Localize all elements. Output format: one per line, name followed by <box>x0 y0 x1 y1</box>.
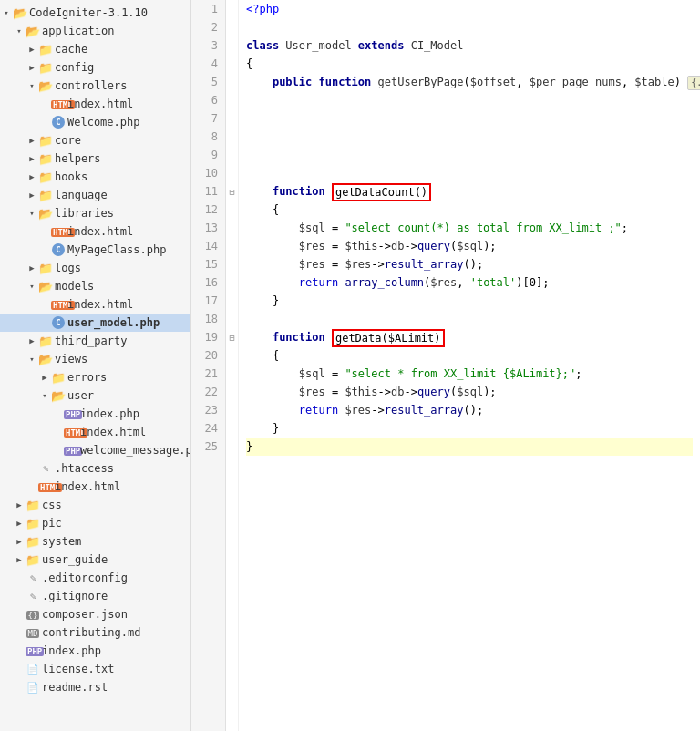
tree-item-readme[interactable]: 📄readme.rst <box>0 678 190 696</box>
tree-label: logs <box>55 262 81 274</box>
tree-arrow[interactable]: ▾ <box>26 282 38 291</box>
tree-icon-folder: 📁 <box>38 189 53 202</box>
tree-label: system <box>42 535 81 548</box>
line-number: 22 <box>199 383 218 401</box>
line-number: 13 <box>199 219 218 237</box>
tree-arrow[interactable]: ▶ <box>26 190 38 200</box>
tree-label: hooks <box>55 170 88 183</box>
tree-item-composer[interactable]: {}composer.json <box>0 605 190 623</box>
tree-item-user-welcome[interactable]: PHPwelcome_message.ph <box>0 441 190 459</box>
tree-item-config[interactable]: ▶📁config <box>0 58 190 77</box>
tree-item-core[interactable]: ▶📁core <box>0 131 190 149</box>
code-line: } <box>246 292 693 310</box>
tree-item-license[interactable]: 📄license.txt <box>0 660 190 678</box>
tree-item-user-index-php[interactable]: PHPindex.php <box>0 405 190 423</box>
tree-item-mod-user[interactable]: Cuser_model.php <box>0 314 190 332</box>
code-area[interactable]: <?phpclass User_model extends CI_Model{ … <box>239 0 700 731</box>
code-line: { <box>246 55 693 73</box>
tree-item-lib-mypage[interactable]: CMyPageClass.php <box>0 241 190 259</box>
tree-arrow[interactable]: ▶ <box>26 154 38 163</box>
tree-arrow[interactable]: ▶ <box>38 373 51 382</box>
code-line: $sql = "select * from XX_limit {$ALimit}… <box>246 365 693 383</box>
code-line: return array_column($res, 'total')[0]; <box>246 273 693 292</box>
code-line: $res = $res->result_array(); <box>246 255 693 273</box>
tree-icon-folder: 📁 <box>38 170 53 184</box>
fold-cell[interactable] <box>226 73 238 91</box>
tree-item-htaccess[interactable]: ✎.htaccess <box>0 459 190 478</box>
tree-item-contributing[interactable]: MDcontributing.md <box>0 623 190 642</box>
tree-label: css <box>42 499 62 511</box>
tree-arrow[interactable]: ▶ <box>13 500 26 510</box>
file-tree[interactable]: ▾📂CodeIgniter-3.1.10▾📂application▶📁cache… <box>0 0 191 731</box>
tree-arrow[interactable]: ▾ <box>26 355 38 364</box>
tree-arrow[interactable]: ▶ <box>26 336 38 345</box>
tree-arrow[interactable]: ▾ <box>0 8 13 17</box>
tree-icon-html: HTML <box>51 299 66 311</box>
tree-label: controllers <box>55 79 127 92</box>
tree-item-index-php[interactable]: PHPindex.php <box>0 642 190 660</box>
tree-arrow[interactable]: ▾ <box>26 209 38 218</box>
tree-arrow[interactable]: ▶ <box>13 519 26 528</box>
tree-item-libraries[interactable]: ▾📂libraries <box>0 204 190 222</box>
tree-icon-php-c: C <box>51 243 66 256</box>
fold-indicator[interactable]: {...} <box>687 76 700 90</box>
tree-icon-html: HTML <box>51 98 66 110</box>
line-number: 25 <box>199 438 218 456</box>
tree-item-user_guide[interactable]: ▶📁user_guide <box>0 551 190 569</box>
tree-label: index.html <box>80 426 146 438</box>
tree-item-ctrl-welcome[interactable]: CWelcome.php <box>0 113 190 131</box>
tree-label: libraries <box>55 207 114 220</box>
tree-item-views[interactable]: ▾📂views <box>0 350 190 368</box>
tree-item-system[interactable]: ▶📁system <box>0 532 190 551</box>
tree-item-errors[interactable]: ▶📁errors <box>0 368 190 386</box>
tree-item-controllers[interactable]: ▾📂controllers <box>0 77 190 95</box>
tree-item-css[interactable]: ▶📁css <box>0 496 190 514</box>
line-number: 11 <box>199 182 218 201</box>
tree-arrow[interactable]: ▾ <box>26 81 38 90</box>
tree-item-app-index[interactable]: HTMLindex.html <box>0 478 190 496</box>
tree-item-ctrl-index[interactable]: HTMLindex.html <box>0 95 190 113</box>
tree-label: index.php <box>42 644 101 657</box>
tree-item-third_party[interactable]: ▶📁third_party <box>0 332 190 350</box>
line-numbers: 1234567891011121314151617181920212223242… <box>191 0 226 731</box>
tree-item-lib-index[interactable]: HTMLindex.html <box>0 222 190 241</box>
fold-cell <box>226 128 238 146</box>
tree-icon-html: HTML <box>51 226 66 238</box>
tree-arrow[interactable]: ▶ <box>26 45 38 54</box>
tree-item-user-index-html[interactable]: HTMLindex.html <box>0 423 190 441</box>
tree-item-gitignore[interactable]: ✎.gitignore <box>0 587 190 605</box>
tree-icon-txt: 📄 <box>26 664 40 675</box>
tree-icon-folder: 📁 <box>26 499 40 512</box>
fold-cell <box>226 109 238 128</box>
tree-item-models[interactable]: ▾📂models <box>0 277 190 295</box>
code-line: <?php <box>246 0 693 18</box>
tree-item-mod-index[interactable]: HTMLindex.html <box>0 295 190 314</box>
tree-item-logs[interactable]: ▶📁logs <box>0 259 190 277</box>
tree-arrow[interactable]: ▶ <box>26 263 38 273</box>
tree-item-root[interactable]: ▾📂CodeIgniter-3.1.10 <box>0 4 190 22</box>
tree-icon-php: PHP <box>26 645 40 657</box>
tree-item-pic[interactable]: ▶📁pic <box>0 514 190 532</box>
fold-cell <box>226 55 238 73</box>
tree-arrow[interactable]: ▶ <box>26 63 38 72</box>
tree-arrow[interactable]: ▶ <box>13 555 26 564</box>
tree-item-editorconfig[interactable]: ✎.editorconfig <box>0 569 190 587</box>
tree-item-language[interactable]: ▶📁language <box>0 186 190 204</box>
tree-arrow[interactable]: ▾ <box>13 26 26 36</box>
tree-item-application[interactable]: ▾📂application <box>0 22 190 40</box>
fold-column: ⊟⊟ <box>226 0 239 731</box>
tree-arrow[interactable]: ▶ <box>26 136 38 145</box>
line-number: 12 <box>199 201 218 219</box>
tree-arrow[interactable]: ▾ <box>38 391 51 400</box>
tree-arrow[interactable]: ▶ <box>13 537 26 546</box>
line-number: 15 <box>199 255 218 273</box>
line-number: 3 <box>199 36 218 55</box>
tree-item-cache[interactable]: ▶📁cache <box>0 40 190 58</box>
tree-item-helpers[interactable]: ▶📁helpers <box>0 149 190 168</box>
code-line: $sql = "select count(*) as total from XX… <box>246 219 693 237</box>
tree-label: index.html <box>67 225 133 238</box>
tree-arrow[interactable]: ▶ <box>26 172 38 181</box>
tree-item-user[interactable]: ▾📂user <box>0 386 190 405</box>
tree-item-hooks[interactable]: ▶📁hooks <box>0 168 190 186</box>
fold-cell <box>226 383 238 401</box>
